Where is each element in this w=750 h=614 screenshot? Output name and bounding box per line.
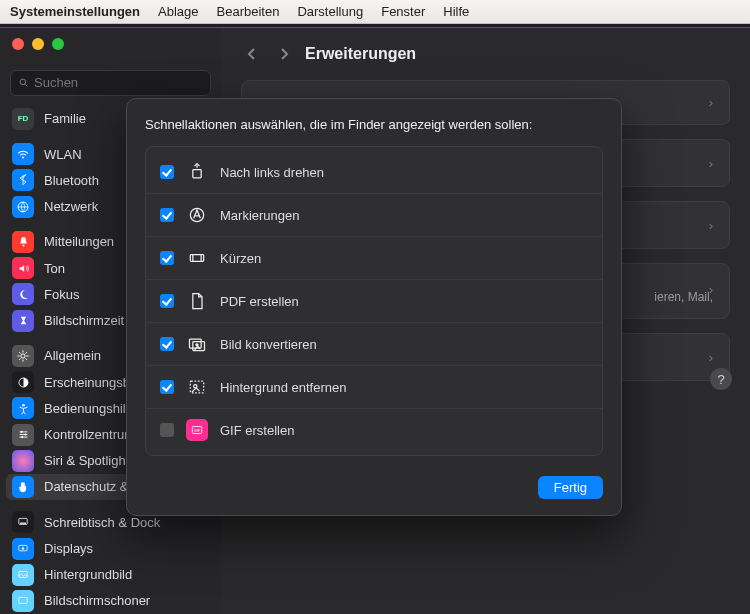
rotate-left-icon	[186, 161, 208, 183]
checkbox[interactable]	[160, 423, 174, 437]
quick-actions-sheet: Schnellaktionen auswählen, die im Finder…	[126, 98, 622, 516]
checkbox[interactable]	[160, 380, 174, 394]
svg-rect-17	[193, 170, 201, 178]
menubar: Systemeinstellungen Ablage Bearbeiten Da…	[0, 0, 750, 24]
action-label: PDF erstellen	[220, 294, 299, 309]
action-remove-background: Hintergrund entfernen	[146, 366, 602, 409]
markup-icon	[186, 204, 208, 226]
remove-bg-icon	[186, 376, 208, 398]
action-trim: Kürzen	[146, 237, 602, 280]
checkbox[interactable]	[160, 294, 174, 308]
action-label: GIF erstellen	[220, 423, 294, 438]
quick-actions-list: Nach links drehen Markierungen Kürzen PD…	[145, 146, 603, 456]
app-name: Systemeinstellungen	[10, 4, 140, 19]
checkbox[interactable]	[160, 165, 174, 179]
done-button[interactable]: Fertig	[538, 476, 603, 499]
checkbox[interactable]	[160, 251, 174, 265]
menu-window[interactable]: Fenster	[381, 4, 425, 19]
menu-view[interactable]: Darstellung	[297, 4, 363, 19]
settings-window: FD Familie WLAN Bluetooth Netzwerk Mitte…	[0, 28, 750, 614]
action-label: Kürzen	[220, 251, 261, 266]
svg-text:GIF: GIF	[194, 429, 200, 433]
document-icon	[186, 290, 208, 312]
action-rotate-left: Nach links drehen	[146, 151, 602, 194]
menu-file[interactable]: Ablage	[158, 4, 198, 19]
trim-icon	[186, 247, 208, 269]
menu-edit[interactable]: Bearbeiten	[217, 4, 280, 19]
menu-help[interactable]: Hilfe	[443, 4, 469, 19]
checkbox[interactable]	[160, 337, 174, 351]
action-label: Markierungen	[220, 208, 300, 223]
action-label: Nach links drehen	[220, 165, 324, 180]
action-create-gif: GIF GIF erstellen	[146, 409, 602, 451]
svg-rect-20	[190, 339, 202, 348]
gif-icon: GIF	[186, 419, 208, 441]
image-icon	[186, 333, 208, 355]
action-label: Hintergrund entfernen	[220, 380, 346, 395]
action-markup: Markierungen	[146, 194, 602, 237]
sheet-title: Schnellaktionen auswählen, die im Finder…	[145, 117, 603, 132]
action-convert-image: Bild konvertieren	[146, 323, 602, 366]
action-label: Bild konvertieren	[220, 337, 317, 352]
svg-point-22	[196, 344, 198, 346]
action-create-pdf: PDF erstellen	[146, 280, 602, 323]
sheet-footer: Fertig	[145, 476, 603, 499]
checkbox[interactable]	[160, 208, 174, 222]
